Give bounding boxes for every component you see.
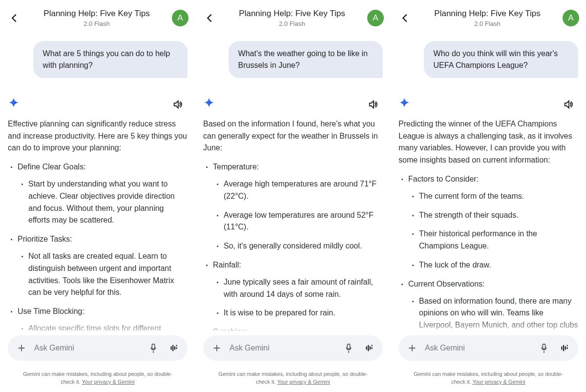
- plus-icon[interactable]: [206, 337, 228, 359]
- list-item: Prioritize Tasks:Not all tasks are creat…: [18, 233, 188, 299]
- avatar[interactable]: A: [367, 10, 384, 26]
- input-pill[interactable]: Ask Gemini: [203, 335, 383, 361]
- assistant-intro: Effective planning can significantly red…: [8, 118, 188, 154]
- assistant-message: Predicting the winner of the UEFA Champi…: [398, 118, 578, 344]
- header-titles: Planning Help: Five Key Tips 2.0 Flash: [412, 8, 563, 28]
- sub-list-item: Not all tasks are created equal. Learn t…: [28, 250, 188, 299]
- assistant-header: [8, 97, 188, 112]
- page-subtitle: 2.0 Flash: [217, 20, 367, 28]
- page-subtitle: 2.0 Flash: [412, 20, 563, 28]
- input-placeholder: Ask Gemini: [228, 344, 338, 352]
- list-item-heading: Factors to Consider:: [408, 175, 479, 183]
- speaker-icon[interactable]: [562, 98, 575, 111]
- assistant-list: Temperature:Average high temperatures ar…: [203, 161, 383, 338]
- list-item-heading: Define Clear Goals:: [18, 163, 86, 171]
- sub-list-item: Average high temperatures are around 71°…: [224, 178, 383, 203]
- live-sparkle-icon[interactable]: [555, 338, 574, 358]
- sub-list-item: The luck of the draw.: [419, 259, 578, 271]
- user-message: What are 5 things you can do to help wit…: [33, 41, 188, 78]
- mic-icon[interactable]: [533, 337, 555, 359]
- gemini-spark-icon: [398, 97, 410, 112]
- live-sparkle-icon[interactable]: [164, 338, 184, 358]
- sub-list: The current form of the teams.The streng…: [408, 190, 578, 271]
- assistant-list: Factors to Consider:The current form of …: [398, 173, 578, 344]
- input-bar: Ask Gemini: [0, 330, 195, 366]
- list-item-heading: Temperature:: [213, 163, 259, 171]
- input-pill[interactable]: Ask Gemini: [8, 335, 188, 361]
- assistant-message: Based on the information I found, here's…: [203, 118, 383, 338]
- input-bar: Ask Gemini: [391, 330, 586, 366]
- sub-list: June typically sees a fair amount of rai…: [213, 276, 383, 319]
- header: Planning Help: Five Key Tips 2.0 Flash A: [0, 0, 195, 31]
- sub-list: Start by understanding what you want to …: [18, 178, 188, 227]
- disclaimer: Gemini can make mistakes, including abou…: [0, 371, 195, 386]
- phone-screen: Planning Help: Five Key Tips 2.0 Flash A…: [195, 0, 391, 392]
- header-titles: Planning Help: Five Key Tips 2.0 Flash: [217, 8, 367, 28]
- live-sparkle-icon[interactable]: [359, 338, 379, 358]
- sub-list-item: It is wise to be prepared for rain.: [224, 307, 383, 319]
- user-message: What's the weather going to be like in B…: [229, 41, 383, 78]
- disclaimer-link[interactable]: Your privacy & Gemini: [82, 379, 134, 385]
- speaker-icon[interactable]: [366, 98, 380, 111]
- header: Planning Help: Five Key Tips 2.0 Flash A: [391, 0, 586, 31]
- sub-list-item: Start by understanding what you want to …: [28, 178, 188, 227]
- speaker-icon[interactable]: [171, 98, 185, 111]
- sub-list: Not all tasks are created equal. Learn t…: [18, 250, 188, 299]
- list-item-heading: Rainfall:: [213, 261, 241, 269]
- disclaimer: Gemini can make mistakes, including abou…: [195, 371, 391, 386]
- avatar[interactable]: A: [172, 10, 188, 26]
- sub-list-item: June typically sees a fair amount of rai…: [224, 276, 383, 301]
- list-item: Define Clear Goals:Start by understandin…: [18, 161, 188, 227]
- input-placeholder: Ask Gemini: [423, 344, 533, 352]
- input-placeholder: Ask Gemini: [32, 344, 143, 352]
- sub-list-item: So, it's generally considered mildly coo…: [224, 240, 383, 252]
- sub-list: Average high temperatures are around 71°…: [213, 178, 383, 252]
- sub-list-item: Average low temperatures are around 52°F…: [224, 209, 383, 234]
- disclaimer: Gemini can make mistakes, including abou…: [391, 371, 586, 386]
- assistant-header: [203, 97, 383, 112]
- assistant-header: [398, 97, 578, 112]
- assistant-intro: Based on the information I found, here's…: [203, 118, 383, 154]
- plus-icon[interactable]: [11, 337, 32, 359]
- list-item-heading: Prioritize Tasks:: [18, 235, 72, 243]
- disclaimer-link[interactable]: Your privacy & Gemini: [277, 379, 330, 385]
- page-subtitle: 2.0 Flash: [21, 20, 172, 28]
- list-item-heading: Use Time Blocking:: [18, 307, 84, 315]
- gemini-spark-icon: [8, 97, 20, 112]
- mic-icon[interactable]: [143, 337, 164, 359]
- header-titles: Planning Help: Five Key Tips 2.0 Flash: [21, 8, 172, 28]
- input-bar: Ask Gemini: [195, 330, 391, 366]
- user-message: Who do you think will win this year's UE…: [424, 41, 578, 78]
- page-title: Planning Help: Five Key Tips: [21, 8, 172, 19]
- page-title: Planning Help: Five Key Tips: [217, 8, 367, 19]
- header: Planning Help: Five Key Tips 2.0 Flash A: [195, 0, 391, 31]
- assistant-list: Define Clear Goals:Start by understandin…: [8, 161, 188, 335]
- phone-screen: Planning Help: Five Key Tips 2.0 Flash A…: [0, 0, 195, 392]
- gemini-spark-icon: [203, 97, 215, 112]
- sub-list-item: The strength of their squads.: [419, 209, 578, 222]
- plus-icon[interactable]: [401, 337, 423, 359]
- assistant-intro: Predicting the winner of the UEFA Champi…: [398, 118, 578, 166]
- page-title: Planning Help: Five Key Tips: [412, 8, 563, 19]
- list-item: Temperature:Average high temperatures ar…: [213, 161, 383, 252]
- list-item-heading: Current Observations:: [408, 280, 485, 288]
- assistant-message: Effective planning can significantly red…: [8, 118, 188, 335]
- input-pill[interactable]: Ask Gemini: [398, 335, 578, 361]
- phone-screen: Planning Help: Five Key Tips 2.0 Flash A…: [391, 0, 586, 392]
- back-button[interactable]: [202, 11, 217, 25]
- disclaimer-link[interactable]: Your privacy & Gemini: [472, 379, 525, 385]
- sub-list-item: Their historical performance in the Cham…: [419, 228, 578, 252]
- sub-list-item: The current form of the teams.: [419, 190, 578, 203]
- back-button[interactable]: [7, 11, 21, 25]
- list-item: Factors to Consider:The current form of …: [408, 173, 578, 271]
- avatar[interactable]: A: [563, 10, 579, 26]
- list-item: Rainfall:June typically sees a fair amou…: [213, 259, 383, 319]
- back-button[interactable]: [398, 11, 412, 25]
- mic-icon[interactable]: [338, 337, 359, 359]
